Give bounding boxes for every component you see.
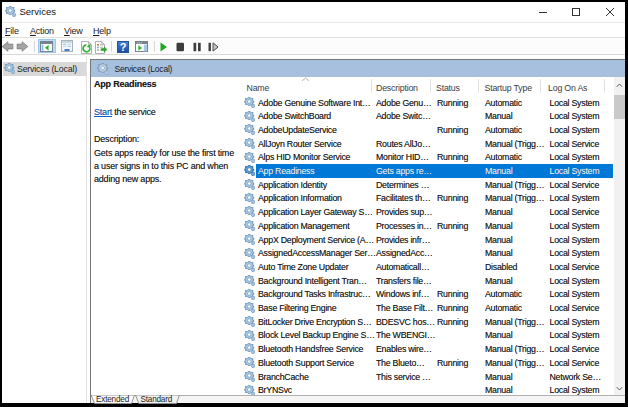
svg-text:Standard: Standard (140, 395, 172, 404)
svg-text:?: ? (120, 41, 127, 53)
svg-text:Extended: Extended (96, 395, 130, 404)
